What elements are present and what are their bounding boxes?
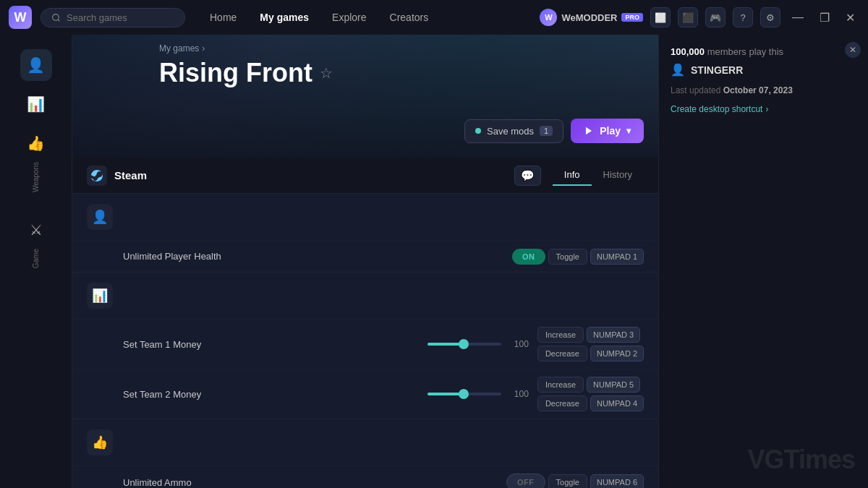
key-numpad5: NUMPAD 5	[587, 377, 640, 393]
slider-track	[427, 393, 501, 395]
key-numpad1: NUMPAD 1	[590, 249, 644, 265]
toggle-player-health[interactable]: ON	[512, 249, 545, 265]
nav-home[interactable]: Home	[200, 7, 247, 27]
notification-btn[interactable]: ⬜	[650, 7, 671, 27]
mod-action-row: Decrease NUMPAD 2	[537, 346, 644, 361]
breadcrumb-parent[interactable]: My games	[159, 43, 199, 53]
side-icon-stats[interactable]: 📊	[20, 88, 52, 120]
mod-actions-player-health: ON Toggle NUMPAD 1	[512, 249, 644, 265]
discord-btn[interactable]: 🎮	[705, 7, 726, 27]
members-text: 100,000 members play this	[671, 46, 856, 57]
slider-fill	[427, 343, 461, 346]
close-panel-button[interactable]: ✕	[845, 42, 861, 58]
save-mods-label: Save mods	[487, 126, 534, 137]
help-btn[interactable]: ?	[733, 7, 753, 27]
save-mods-button[interactable]: Save mods 1	[464, 119, 563, 143]
platform-left: Steam	[87, 166, 147, 186]
comment-icon[interactable]: 💬	[514, 166, 541, 186]
action-toggle-player-health[interactable]: Toggle	[548, 249, 587, 265]
tab-history[interactable]: History	[592, 165, 644, 186]
table-row: Unlimited Player Health ON Toggle NUMPAD…	[72, 240, 658, 272]
minimize-btn[interactable]: —	[788, 11, 808, 24]
table-row: Set Team 1 Money 100 Increase NUMPAD 3 D…	[72, 319, 658, 369]
breadcrumb: My games ›	[159, 43, 644, 53]
slider-fill	[427, 393, 461, 395]
steam-icon	[87, 166, 107, 186]
toggle-unlimited-ammo[interactable]: OFF	[506, 474, 545, 488]
download-btn[interactable]: ⬛	[678, 7, 698, 27]
mod-action-row: Decrease NUMPAD 4	[537, 395, 644, 411]
pro-badge: PRO	[621, 13, 643, 22]
tab-info[interactable]: Info	[553, 165, 592, 186]
play-label: Play	[600, 125, 621, 137]
key-numpad3: NUMPAD 3	[587, 327, 640, 343]
section-money-header[interactable]: 📊	[72, 273, 658, 319]
decrease-team1[interactable]: Decrease	[537, 346, 587, 361]
mod-name-team2-money: Set Team 2 Money	[123, 389, 419, 400]
save-count: 1	[540, 126, 553, 136]
money-icon: 📊	[87, 283, 113, 309]
slider-thumb[interactable]	[459, 389, 469, 399]
mod-action-row: OFF Toggle NUMPAD 6	[506, 474, 644, 488]
shortcut-text: Create desktop shortcut	[671, 104, 762, 114]
author-name: STINGERR	[691, 64, 743, 76]
key-numpad4: NUMPAD 4	[590, 395, 644, 411]
settings-btn[interactable]: ⚙	[760, 7, 780, 27]
author-icon: 👤	[671, 63, 685, 77]
search-icon	[51, 13, 61, 22]
nav-explore[interactable]: Explore	[322, 7, 376, 27]
section-weapons-header[interactable]: 👍	[72, 419, 658, 466]
section-player: 👤 Unlimited Player Health ON Toggle NUMP…	[72, 194, 658, 273]
action-toggle-ammo[interactable]: Toggle	[548, 474, 587, 488]
search-input[interactable]	[67, 12, 174, 23]
table-row: Set Team 2 Money 100 Increase NUMPAD 5 D…	[72, 369, 658, 419]
svg-marker-1	[586, 127, 592, 135]
shortcut-arrow: ›	[765, 104, 768, 114]
hero-actions: Save mods 1 Play ▾	[464, 119, 644, 143]
updated-label: Last updated	[671, 85, 720, 95]
topnav: W Home My games Explore Creators W WeMOD…	[0, 0, 868, 35]
members-label: members play this	[707, 46, 783, 57]
slider-value-team2: 100	[507, 389, 529, 399]
side-icon-player[interactable]: 👤	[20, 49, 52, 81]
section-money: 📊 Set Team 1 Money 100 Increase NUMPAD 3	[72, 273, 658, 419]
nav-creators[interactable]: Creators	[380, 7, 439, 27]
increase-team1[interactable]: Increase	[537, 327, 584, 343]
mod-action-row: ON Toggle NUMPAD 1	[512, 249, 644, 265]
play-button[interactable]: Play ▾	[571, 119, 644, 143]
author-row: 👤 STINGERR	[671, 63, 856, 77]
right-panel: ✕ 100,000 members play this 👤 STINGERR L…	[658, 35, 868, 488]
slider-thumb[interactable]	[459, 339, 469, 349]
key-numpad6: NUMPAD 6	[590, 474, 644, 488]
player-icon: 👤	[87, 204, 113, 230]
increase-team2[interactable]: Increase	[537, 377, 584, 393]
updated-date: October 07, 2023	[723, 85, 793, 95]
star-icon[interactable]: ☆	[320, 64, 333, 82]
side-icon-weapons[interactable]: 👍	[20, 127, 52, 159]
platform-name: Steam	[114, 169, 147, 181]
section-player-header[interactable]: 👤	[72, 194, 658, 240]
desktop-shortcut[interactable]: Create desktop shortcut ›	[671, 104, 856, 114]
svg-point-0	[53, 14, 59, 20]
table-row: Unlimited Ammo OFF Toggle NUMPAD 6	[72, 466, 658, 488]
app-logo[interactable]: W	[9, 6, 32, 29]
members-count: 100,000	[671, 46, 705, 57]
side-icon-game[interactable]: ⚔	[20, 214, 52, 246]
weapons-icon: 👍	[87, 429, 113, 455]
mod-name-player-health: Unlimited Player Health	[123, 251, 309, 262]
nav-right: W WeMODDER PRO ⬜ ⬛ 🎮 ? ⚙ — ❐ ✕	[540, 7, 859, 27]
mods-panel: My games › Rising Front ☆ Save mods 1 Pl…	[72, 35, 658, 488]
decrease-team2[interactable]: Decrease	[537, 395, 587, 411]
nav-my-games[interactable]: My games	[250, 7, 319, 27]
mod-actions-unlimited-ammo: OFF Toggle NUMPAD 6	[506, 474, 644, 488]
breadcrumb-separator: ›	[202, 43, 205, 53]
mod-action-row: Increase NUMPAD 3	[537, 327, 644, 343]
user-name: WeMODDER	[561, 12, 617, 23]
mod-name-unlimited-ammo: Unlimited Ammo	[123, 477, 306, 488]
close-btn[interactable]: ✕	[841, 11, 859, 25]
play-chevron: ▾	[626, 126, 631, 136]
maximize-btn[interactable]: ❐	[815, 11, 834, 25]
nav-links: Home My games Explore Creators	[200, 7, 438, 27]
main-content: My games › Rising Front ☆ Save mods 1 Pl…	[72, 35, 868, 488]
mod-name-team1-money: Set Team 1 Money	[123, 339, 419, 350]
